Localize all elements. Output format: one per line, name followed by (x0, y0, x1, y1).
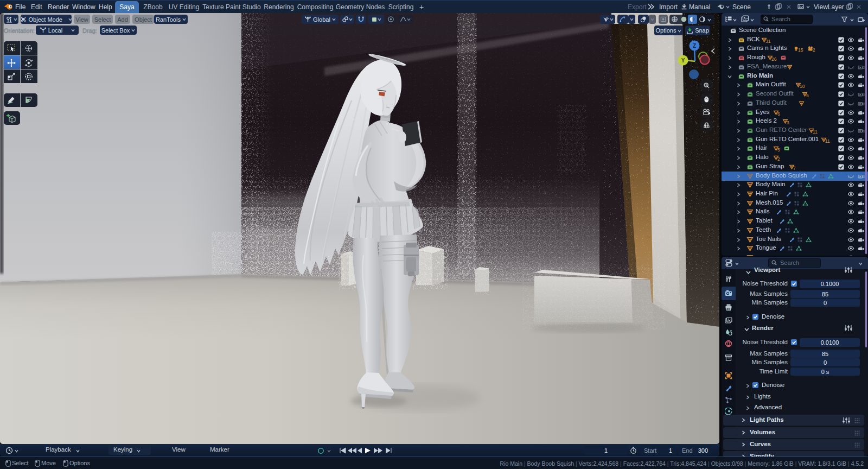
svg-text:Z: Z (693, 43, 696, 49)
svg-text:Y: Y (681, 58, 685, 64)
